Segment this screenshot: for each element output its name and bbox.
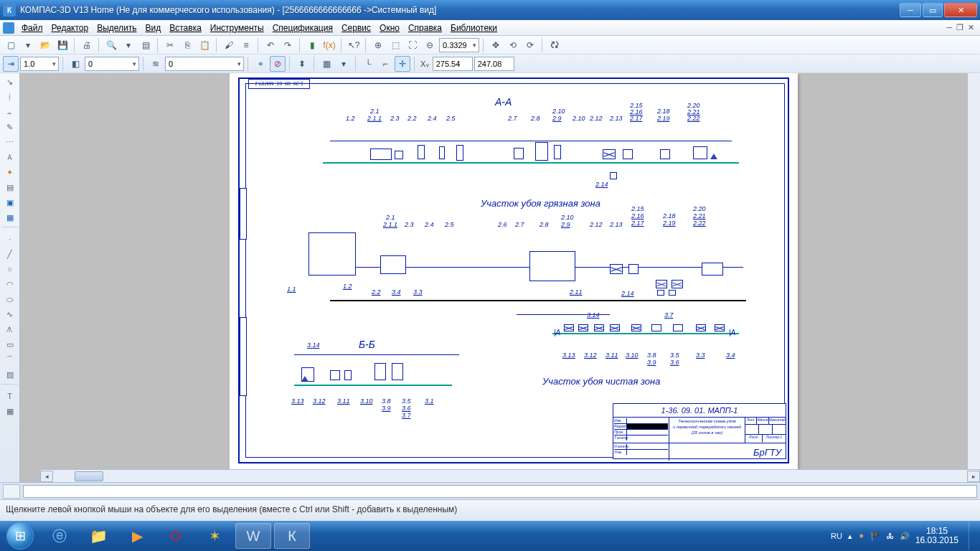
tool-polyline[interactable]: ⩚ <box>1 322 19 336</box>
zoom-next-button[interactable]: ⟳ <box>522 37 538 53</box>
tool-views[interactable]: ▣ <box>1 195 19 209</box>
tool-rect[interactable]: ▭ <box>1 337 19 352</box>
open-button[interactable]: 📂 <box>37 37 53 53</box>
tool-insert[interactable]: ▦ <box>1 210 19 225</box>
menu-edit[interactable]: Редактор <box>47 22 93 34</box>
taskbar-app1[interactable]: ✶ <box>197 523 232 549</box>
cut-button[interactable]: ✂ <box>162 37 178 53</box>
copy-button[interactable]: ⎘ <box>179 37 195 53</box>
step-value[interactable]: 1.0 <box>20 57 59 71</box>
tray-flag-icon[interactable]: 🏴 <box>870 532 880 541</box>
tool-fillet[interactable]: ⌒ <box>1 352 19 367</box>
maximize-button[interactable]: ▭ <box>923 3 943 17</box>
tray-arrow-icon[interactable]: ▴ <box>848 532 852 541</box>
menu-window[interactable]: Окно <box>375 22 404 34</box>
undo-button[interactable]: ↶ <box>263 37 278 53</box>
tray-clock[interactable]: 18:15 16.03.2015 <box>915 527 958 545</box>
vertical-scrollbar[interactable] <box>967 73 980 469</box>
help-context-button[interactable]: ↖? <box>346 37 362 53</box>
refresh-button[interactable]: 🗘 <box>547 37 562 53</box>
menu-help[interactable]: Справка <box>404 22 446 34</box>
copy-props-button[interactable]: 🖌 <box>221 37 237 53</box>
attrs-button[interactable]: ≡ <box>238 37 254 53</box>
grid-dropdown[interactable]: ▾ <box>336 56 352 72</box>
menu-insert[interactable]: Вставка <box>165 22 206 34</box>
scroll-left-button[interactable]: ◂ <box>40 471 53 482</box>
horizontal-scrollbar[interactable]: ◂ ▸ <box>40 469 980 482</box>
menu-libs[interactable]: Библиотеки <box>446 22 501 34</box>
menu-file[interactable]: Файл <box>17 22 47 34</box>
menu-tools[interactable]: Инструменты <box>206 22 268 34</box>
lcs-button[interactable]: ✛ <box>395 56 410 72</box>
tool-ellipse[interactable]: ⬭ <box>1 292 19 306</box>
tray-icon-1[interactable]: ✶ <box>858 532 864 541</box>
tool-table[interactable]: ▦ <box>1 404 19 418</box>
tool-line[interactable]: ╱ <box>1 247 19 261</box>
mdi-close[interactable]: ✕ <box>968 23 974 32</box>
preview-button[interactable]: 🔍 <box>103 37 119 53</box>
tray-network-icon[interactable]: 🖧 <box>886 532 894 540</box>
tray-volume-icon[interactable]: 🔊 <box>900 532 910 541</box>
ortho-button[interactable]: └ <box>360 56 376 72</box>
zoom-combo[interactable]: 0.3329 <box>439 38 479 52</box>
show-desktop-button[interactable] <box>969 522 976 550</box>
menu-select[interactable]: Выделить <box>93 22 141 34</box>
scroll-right-button[interactable]: ▸ <box>967 471 980 482</box>
taskbar-opera[interactable]: O <box>158 523 194 549</box>
tool-geometry[interactable]: ↘ <box>1 75 19 89</box>
mdi-restore[interactable]: ❐ <box>956 23 963 32</box>
tool-spec[interactable]: ✦ <box>1 165 19 179</box>
tool-hatch[interactable]: ▨ <box>1 367 19 382</box>
redo-button[interactable]: ↷ <box>280 37 296 53</box>
step-toggle[interactable]: ⇥ <box>3 56 19 72</box>
prop-panel-tab[interactable] <box>3 484 20 499</box>
properties-button[interactable]: ▤ <box>138 37 154 53</box>
grid-button[interactable]: ▦ <box>319 56 334 72</box>
pan-button[interactable]: ✥ <box>488 37 504 53</box>
mdi-minimize[interactable]: ─ <box>946 23 952 32</box>
close-button[interactable]: ✕ <box>944 3 977 17</box>
snap-toggle[interactable]: ⊘ <box>270 56 286 72</box>
coord-x-input[interactable] <box>433 57 473 71</box>
taskbar-ie[interactable]: ⓔ <box>42 523 77 549</box>
taskbar-word[interactable]: W <box>235 523 271 549</box>
lib-manager-button[interactable]: ▮ <box>304 37 320 53</box>
zoom-in-button[interactable]: ⊕ <box>370 37 386 53</box>
snap-button[interactable]: ⌖ <box>253 56 268 72</box>
variables-button[interactable]: f(x) <box>321 37 337 53</box>
tool-param[interactable]: ⋯ <box>1 135 19 149</box>
layer-combo[interactable]: 0 <box>85 57 139 71</box>
paste-button[interactable]: 📋 <box>197 37 212 53</box>
round-button[interactable]: ⌐ <box>377 56 393 72</box>
taskbar-kompas[interactable]: К <box>274 523 310 549</box>
zoom-out-button[interactable]: ⊖ <box>422 37 438 53</box>
zoom-window-button[interactable]: ⬚ <box>387 37 403 53</box>
taskbar-explorer[interactable]: 📁 <box>80 523 116 549</box>
print-button[interactable]: 🖨 <box>79 37 95 53</box>
minimize-button[interactable]: ─ <box>900 3 921 17</box>
canvas[interactable]: 1-36. 09. 01. МАПП-1 А-А <box>20 73 980 482</box>
tool-circle[interactable]: ○ <box>1 262 19 276</box>
scroll-thumb[interactable] <box>75 471 103 481</box>
zoom-fit-button[interactable]: ⛶ <box>405 37 420 53</box>
command-input[interactable] <box>23 485 977 498</box>
tool-dims[interactable]: ⟊ <box>1 90 19 104</box>
menu-spec[interactable]: Спецификация <box>268 22 337 34</box>
tray-lang[interactable]: RU <box>831 532 842 540</box>
taskbar-media[interactable]: ▶ <box>119 523 155 549</box>
linestyle-combo[interactable]: 0 <box>165 57 244 71</box>
tool-reports[interactable]: ▤ <box>1 180 19 194</box>
linestyle-icon[interactable]: ≋ <box>148 56 164 72</box>
save-button[interactable]: 💾 <box>55 37 70 53</box>
menu-view[interactable]: Вид <box>141 22 166 34</box>
layer-icon[interactable]: ◧ <box>67 56 83 72</box>
tool-edit[interactable]: ✎ <box>1 120 19 134</box>
coord-y-input[interactable] <box>474 57 514 71</box>
preview-dropdown[interactable]: ▾ <box>121 37 136 53</box>
tool-arc[interactable]: ◠ <box>1 277 19 291</box>
start-button[interactable] <box>0 521 40 551</box>
zoom-prev-button[interactable]: ⟲ <box>505 37 521 53</box>
tool-measure[interactable]: Ａ <box>1 150 19 164</box>
tool-text[interactable]: T <box>1 389 19 403</box>
tool-point[interactable]: · <box>1 232 19 246</box>
